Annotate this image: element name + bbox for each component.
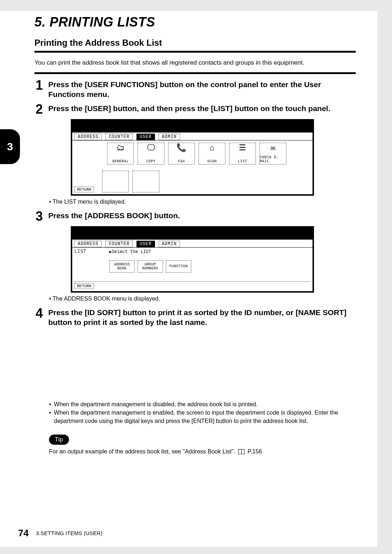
intro-text: You can print the address book list that… xyxy=(34,59,356,66)
lcd-return-button[interactable]: RETURN xyxy=(74,283,94,289)
tip-text: For an output example of the address boo… xyxy=(49,448,356,455)
page-footer: 74 3.SETTING ITEMS (USER) xyxy=(0,527,377,539)
lcd-tab-address[interactable]: ADDRESS xyxy=(74,241,102,247)
footer-section: 3.SETTING ITEMS (USER) xyxy=(36,530,102,536)
lcd-button-label: GENERAL xyxy=(112,159,129,163)
lcd-button-label: LIST xyxy=(238,159,247,163)
email-icon: ✉ xyxy=(260,144,286,152)
lcd-button-label: DRAWER xyxy=(108,187,122,191)
bullet: • xyxy=(49,408,51,425)
step-3: 3 Press the [ADDRESS BOOK] button. xyxy=(34,210,356,223)
step-note: • The ADDRESS BOOK menu is displayed. xyxy=(49,296,356,302)
lcd-button-label: CHECK E-MAIL xyxy=(260,155,286,163)
lcd-button-fax[interactable]: 📞FAX xyxy=(168,143,195,164)
lcd-button-general[interactable]: 🗂GENERAL xyxy=(107,143,134,164)
fax-icon: 📞 xyxy=(168,144,195,152)
general-icon: 🗂 xyxy=(107,144,134,152)
lcd-button-check-email[interactable]: ✉CHECK E-MAIL xyxy=(260,143,286,164)
step-text: Press the [USER] button, and then press … xyxy=(48,103,330,113)
note-text: When the department management is enable… xyxy=(54,408,356,425)
lcd-button-copy[interactable]: 🖵COPY xyxy=(138,143,164,164)
step-1: 1 Press the [USER FUNCTIONS] button on t… xyxy=(34,79,356,99)
lcd-tab-user[interactable]: USER xyxy=(136,134,155,140)
divider xyxy=(74,281,310,282)
step-number: 2 xyxy=(34,103,44,115)
lcd-button-label: FAX xyxy=(178,159,185,163)
copy-icon: 🖵 xyxy=(138,144,164,152)
lcd-button-label: SCAN xyxy=(207,159,217,163)
divider xyxy=(34,72,356,74)
page-number: 74 xyxy=(18,527,29,539)
lcd-button-address-book[interactable]: ADDRESS BOOK xyxy=(109,260,135,273)
shutdown-icon: ⏻ xyxy=(133,172,159,180)
divider xyxy=(34,51,356,53)
lcd-button-group-numbers[interactable]: GROUP NUMBERS xyxy=(138,260,163,273)
list-icon: ☰ xyxy=(229,144,256,152)
lcd-button-label: SHUTDOWN xyxy=(136,187,155,191)
step-text: Press the [USER FUNCTIONS] button on the… xyxy=(48,79,356,99)
note-text: When the department management is disabl… xyxy=(54,400,258,408)
tip-text-content: For an output example of the address boo… xyxy=(49,448,235,455)
scan-icon: ⌂ xyxy=(199,144,225,152)
lcd-tab-user[interactable]: USER xyxy=(136,241,155,247)
page-reference-link[interactable]: P.156 xyxy=(248,448,262,455)
lcd-screenshot-user-menu: ADDRESS COUNTER USER ADMIN 🗂GENERAL 🖵COP… xyxy=(71,119,314,196)
lcd-return-button[interactable]: RETURN xyxy=(74,187,94,192)
lcd-tab-admin[interactable]: ADMIN xyxy=(159,241,180,247)
book-icon xyxy=(238,449,245,454)
lcd-button-function[interactable]: FUNCTION xyxy=(166,260,191,273)
step-4: 4 Press the [ID SORT] button to print it… xyxy=(34,307,356,327)
step-number: 1 xyxy=(34,79,44,91)
step-text: Press the [ID SORT] button to print it a… xyxy=(48,307,356,327)
tip-badge: Tip xyxy=(49,435,69,445)
lcd-button-scan[interactable]: ⌂SCAN xyxy=(199,143,225,164)
bullet: • xyxy=(49,400,51,408)
drawer-icon: 🗄 xyxy=(102,172,128,180)
lcd-tab-counter[interactable]: COUNTER xyxy=(105,134,132,140)
lcd-button-label: COPY xyxy=(146,159,156,163)
step-notes-list: •When the department management is disab… xyxy=(49,400,356,425)
step-number: 3 xyxy=(34,210,44,223)
section-title: Printing the Address Book List xyxy=(34,38,356,48)
step-text: Press the [ADDRESS BOOK] button. xyxy=(48,210,180,220)
lcd-prompt: ▶Select the LIST xyxy=(109,249,310,254)
lcd-tab-counter[interactable]: COUNTER xyxy=(105,241,132,247)
step-number: 4 xyxy=(34,307,44,319)
chapter-side-tab: 3 xyxy=(0,129,20,164)
lcd-tab-admin[interactable]: ADMIN xyxy=(159,134,180,140)
lcd-mode-label: LIST xyxy=(74,249,109,281)
lcd-tab-address[interactable]: ADDRESS xyxy=(74,134,102,140)
lcd-screenshot-list-menu: ADDRESS COUNTER USER ADMIN LIST ▶Select … xyxy=(71,226,314,293)
chapter-title: 5. PRINTING LISTS xyxy=(34,15,356,30)
lcd-button-drawer[interactable]: 🗄DRAWER xyxy=(102,171,129,192)
lcd-button-shutdown[interactable]: ⏻SHUTDOWN xyxy=(132,171,159,192)
lcd-button-list[interactable]: ☰LIST xyxy=(229,143,256,164)
step-2: 2 Press the [USER] button, and then pres… xyxy=(34,103,356,115)
step-note: • The LIST menu is displayed. xyxy=(49,199,356,205)
